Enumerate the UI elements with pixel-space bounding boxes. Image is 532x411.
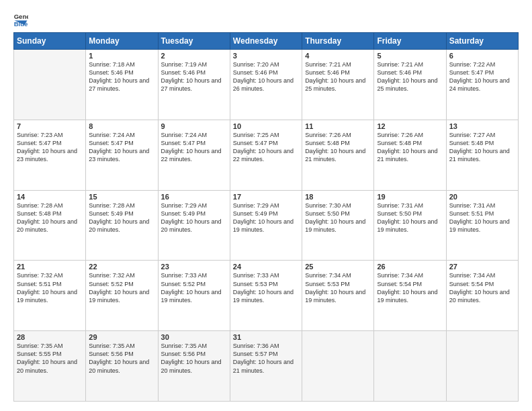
cell-info: Sunrise: 7:30 AM Sunset: 5:50 PM Dayligh… bbox=[305, 201, 371, 234]
daylight-text: Daylight: 10 hours and 27 minutes. bbox=[161, 77, 227, 93]
cell-info: Sunrise: 7:35 AM Sunset: 5:56 PM Dayligh… bbox=[161, 342, 227, 375]
sunset-text: Sunset: 5:47 PM bbox=[17, 139, 83, 147]
cell-info: Sunrise: 7:26 AM Sunset: 5:48 PM Dayligh… bbox=[305, 131, 371, 164]
day-number: 16 bbox=[161, 193, 227, 201]
calendar-cell: 5 Sunrise: 7:21 AM Sunset: 5:46 PM Dayli… bbox=[374, 50, 446, 120]
svg-text:Blue: Blue bbox=[14, 20, 28, 27]
day-header-sunday: Sunday bbox=[14, 33, 86, 50]
daylight-text: Daylight: 10 hours and 20 minutes. bbox=[89, 218, 154, 234]
calendar-cell bbox=[446, 331, 518, 402]
calendar-cell: 16 Sunrise: 7:29 AM Sunset: 5:49 PM Dayl… bbox=[158, 190, 230, 261]
calendar-cell: 13 Sunrise: 7:27 AM Sunset: 5:48 PM Dayl… bbox=[446, 120, 518, 190]
sunrise-text: Sunrise: 7:21 AM bbox=[305, 60, 371, 68]
calendar-cell: 19 Sunrise: 7:31 AM Sunset: 5:50 PM Dayl… bbox=[374, 190, 446, 261]
calendar-week-4: 21 Sunrise: 7:32 AM Sunset: 5:51 PM Dayl… bbox=[14, 261, 519, 331]
daylight-text: Daylight: 10 hours and 19 minutes. bbox=[161, 288, 227, 304]
day-number: 9 bbox=[161, 122, 227, 130]
daylight-text: Daylight: 10 hours and 19 minutes. bbox=[449, 218, 515, 234]
cell-info: Sunrise: 7:29 AM Sunset: 5:49 PM Dayligh… bbox=[233, 201, 299, 234]
calendar-body: 1 Sunrise: 7:18 AM Sunset: 5:46 PM Dayli… bbox=[14, 50, 519, 402]
calendar-cell: 24 Sunrise: 7:33 AM Sunset: 5:53 PM Dayl… bbox=[230, 261, 302, 331]
day-number: 23 bbox=[161, 263, 227, 271]
sunrise-text: Sunrise: 7:29 AM bbox=[233, 201, 299, 210]
cell-info: Sunrise: 7:28 AM Sunset: 5:48 PM Dayligh… bbox=[17, 201, 83, 234]
calendar-cell: 7 Sunrise: 7:23 AM Sunset: 5:47 PM Dayli… bbox=[14, 120, 86, 190]
calendar-cell: 26 Sunrise: 7:34 AM Sunset: 5:54 PM Dayl… bbox=[374, 261, 446, 331]
daylight-text: Daylight: 10 hours and 22 minutes. bbox=[233, 147, 299, 163]
sunrise-text: Sunrise: 7:24 AM bbox=[89, 131, 154, 139]
calendar-cell: 18 Sunrise: 7:30 AM Sunset: 5:50 PM Dayl… bbox=[302, 190, 374, 261]
day-number: 31 bbox=[233, 333, 299, 341]
daylight-text: Daylight: 10 hours and 19 minutes. bbox=[233, 288, 299, 304]
sunrise-text: Sunrise: 7:29 AM bbox=[161, 201, 227, 210]
sunset-text: Sunset: 5:55 PM bbox=[17, 350, 83, 358]
calendar-cell: 10 Sunrise: 7:25 AM Sunset: 5:47 PM Dayl… bbox=[230, 120, 302, 190]
sunset-text: Sunset: 5:49 PM bbox=[161, 210, 227, 218]
sunset-text: Sunset: 5:51 PM bbox=[17, 280, 83, 288]
daylight-text: Daylight: 10 hours and 19 minutes. bbox=[377, 218, 443, 234]
daylight-text: Daylight: 10 hours and 21 minutes. bbox=[305, 147, 371, 163]
calendar-cell: 27 Sunrise: 7:34 AM Sunset: 5:54 PM Dayl… bbox=[446, 261, 518, 331]
day-number: 21 bbox=[17, 263, 83, 271]
calendar-cell: 12 Sunrise: 7:26 AM Sunset: 5:48 PM Dayl… bbox=[374, 120, 446, 190]
page-header: General Blue bbox=[13, 12, 519, 27]
cell-info: Sunrise: 7:23 AM Sunset: 5:47 PM Dayligh… bbox=[17, 131, 83, 164]
calendar-cell: 3 Sunrise: 7:20 AM Sunset: 5:46 PM Dayli… bbox=[230, 50, 302, 120]
sunset-text: Sunset: 5:52 PM bbox=[89, 280, 154, 288]
sunrise-text: Sunrise: 7:24 AM bbox=[161, 131, 227, 139]
calendar-week-3: 14 Sunrise: 7:28 AM Sunset: 5:48 PM Dayl… bbox=[14, 190, 519, 261]
daylight-text: Daylight: 10 hours and 25 minutes. bbox=[305, 77, 371, 93]
sunset-text: Sunset: 5:46 PM bbox=[233, 68, 299, 77]
sunset-text: Sunset: 5:48 PM bbox=[377, 139, 443, 147]
day-number: 8 bbox=[89, 122, 154, 130]
sunset-text: Sunset: 5:47 PM bbox=[161, 139, 227, 147]
sunset-text: Sunset: 5:47 PM bbox=[89, 139, 154, 147]
calendar-cell: 17 Sunrise: 7:29 AM Sunset: 5:49 PM Dayl… bbox=[230, 190, 302, 261]
sunrise-text: Sunrise: 7:30 AM bbox=[305, 201, 371, 210]
day-header-saturday: Saturday bbox=[446, 33, 518, 50]
calendar-week-2: 7 Sunrise: 7:23 AM Sunset: 5:47 PM Dayli… bbox=[14, 120, 519, 190]
sunset-text: Sunset: 5:47 PM bbox=[449, 68, 515, 77]
sunset-text: Sunset: 5:46 PM bbox=[161, 68, 227, 77]
sunrise-text: Sunrise: 7:31 AM bbox=[377, 201, 443, 210]
sunrise-text: Sunrise: 7:26 AM bbox=[377, 131, 443, 139]
calendar-week-1: 1 Sunrise: 7:18 AM Sunset: 5:46 PM Dayli… bbox=[14, 50, 519, 120]
sunrise-text: Sunrise: 7:19 AM bbox=[161, 60, 227, 68]
sunset-text: Sunset: 5:53 PM bbox=[233, 280, 299, 288]
sunset-text: Sunset: 5:48 PM bbox=[305, 139, 371, 147]
cell-info: Sunrise: 7:35 AM Sunset: 5:55 PM Dayligh… bbox=[17, 342, 83, 375]
sunset-text: Sunset: 5:49 PM bbox=[89, 210, 154, 218]
sunset-text: Sunset: 5:51 PM bbox=[449, 210, 515, 218]
cell-info: Sunrise: 7:24 AM Sunset: 5:47 PM Dayligh… bbox=[89, 131, 154, 164]
day-number: 24 bbox=[233, 263, 299, 271]
calendar-cell: 25 Sunrise: 7:34 AM Sunset: 5:53 PM Dayl… bbox=[302, 261, 374, 331]
sunrise-text: Sunrise: 7:36 AM bbox=[233, 342, 299, 350]
cell-info: Sunrise: 7:28 AM Sunset: 5:49 PM Dayligh… bbox=[89, 201, 154, 234]
daylight-text: Daylight: 10 hours and 20 minutes. bbox=[449, 288, 515, 304]
daylight-text: Daylight: 10 hours and 19 minutes. bbox=[233, 218, 299, 234]
day-number: 1 bbox=[89, 52, 154, 60]
cell-info: Sunrise: 7:22 AM Sunset: 5:47 PM Dayligh… bbox=[449, 60, 515, 93]
day-header-wednesday: Wednesday bbox=[230, 33, 302, 50]
calendar-cell: 20 Sunrise: 7:31 AM Sunset: 5:51 PM Dayl… bbox=[446, 190, 518, 261]
sunset-text: Sunset: 5:57 PM bbox=[233, 350, 299, 358]
calendar-cell: 28 Sunrise: 7:35 AM Sunset: 5:55 PM Dayl… bbox=[14, 331, 86, 402]
sunrise-text: Sunrise: 7:33 AM bbox=[161, 271, 227, 279]
sunrise-text: Sunrise: 7:34 AM bbox=[449, 271, 515, 279]
day-number: 25 bbox=[305, 263, 371, 271]
daylight-text: Daylight: 10 hours and 19 minutes. bbox=[17, 288, 83, 304]
cell-info: Sunrise: 7:34 AM Sunset: 5:54 PM Dayligh… bbox=[449, 271, 515, 304]
daylight-text: Daylight: 10 hours and 25 minutes. bbox=[377, 77, 443, 93]
cell-info: Sunrise: 7:20 AM Sunset: 5:46 PM Dayligh… bbox=[233, 60, 299, 93]
daylight-text: Daylight: 10 hours and 24 minutes. bbox=[449, 77, 515, 93]
day-header-tuesday: Tuesday bbox=[158, 33, 230, 50]
day-number: 3 bbox=[233, 52, 299, 60]
logo-icon: General Blue bbox=[13, 12, 28, 27]
sunset-text: Sunset: 5:56 PM bbox=[89, 350, 154, 358]
daylight-text: Daylight: 10 hours and 20 minutes. bbox=[89, 358, 154, 374]
day-number: 22 bbox=[89, 263, 154, 271]
sunset-text: Sunset: 5:48 PM bbox=[17, 210, 83, 218]
sunset-text: Sunset: 5:46 PM bbox=[305, 68, 371, 77]
daylight-text: Daylight: 10 hours and 23 minutes. bbox=[17, 147, 83, 163]
svg-text:General: General bbox=[14, 13, 28, 20]
